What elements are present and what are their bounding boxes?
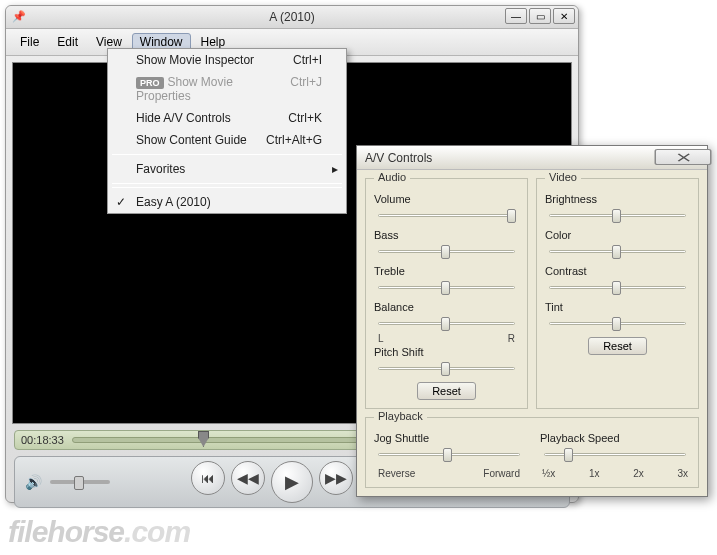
av-window-title: A/V Controls <box>365 151 432 165</box>
chevron-right-icon: ▸ <box>332 162 338 176</box>
av-controls-window: A/V Controls Audio Volume Bass Treble Ba… <box>356 145 708 497</box>
speed-3x-label: 3x <box>677 468 688 479</box>
window-title: A (2010) <box>269 10 314 24</box>
menu-file[interactable]: File <box>12 33 47 51</box>
close-button[interactable]: ✕ <box>553 8 575 24</box>
audio-group: Audio Volume Bass Treble Balance LR Pitc… <box>365 178 528 409</box>
prev-button[interactable]: ⏮ <box>191 461 225 495</box>
watermark: filehorse.com <box>8 515 190 549</box>
speed-2x-label: 2x <box>633 468 644 479</box>
speed-label: Playback Speed <box>540 432 690 444</box>
balance-l-label: L <box>378 333 384 344</box>
tint-slider[interactable] <box>545 315 690 333</box>
menu-favorites[interactable]: Favorites▸ <box>108 158 346 180</box>
rewind-button[interactable]: ◀◀ <box>231 461 265 495</box>
menu-hide-av-controls[interactable]: Hide A/V ControlsCtrl+K <box>108 107 346 129</box>
av-close-button[interactable] <box>655 149 712 165</box>
audio-reset-button[interactable]: Reset <box>417 382 476 400</box>
menu-separator <box>112 187 342 188</box>
menu-recent-movie[interactable]: ✓ Easy A (2010) <box>108 191 346 213</box>
volume-icon[interactable]: 🔊 <box>25 474 42 490</box>
menu-separator <box>112 183 342 184</box>
pin-icon[interactable]: 📌 <box>12 10 26 24</box>
jog-label: Jog Shuttle <box>374 432 524 444</box>
close-icon <box>676 153 690 162</box>
brightness-label: Brightness <box>545 193 690 205</box>
menu-show-inspector[interactable]: Show Movie InspectorCtrl+I <box>108 49 346 71</box>
speed-slider[interactable] <box>540 446 690 464</box>
volume-label: Volume <box>374 193 519 205</box>
check-icon: ✓ <box>116 195 126 209</box>
volume-slider[interactable] <box>50 480 110 484</box>
ffwd-button[interactable]: ▶▶ <box>319 461 353 495</box>
timeline-thumb[interactable] <box>198 431 209 447</box>
pitch-slider[interactable] <box>374 360 519 378</box>
jog-slider[interactable] <box>374 446 524 464</box>
bass-slider[interactable] <box>374 243 519 261</box>
play-button[interactable]: ▶ <box>271 461 313 503</box>
playback-legend: Playback <box>374 410 427 422</box>
color-slider[interactable] <box>545 243 690 261</box>
treble-label: Treble <box>374 265 519 277</box>
contrast-label: Contrast <box>545 265 690 277</box>
pitch-label: Pitch Shift <box>374 346 519 358</box>
menu-show-properties: PROShow Movie Properties Ctrl+J <box>108 71 346 107</box>
playback-group: Playback Jog Shuttle ReverseForward Play… <box>365 417 699 488</box>
balance-label: Balance <box>374 301 519 313</box>
speed-half-label: ½x <box>542 468 555 479</box>
treble-slider[interactable] <box>374 279 519 297</box>
menu-show-content-guide[interactable]: Show Content GuideCtrl+Alt+G <box>108 129 346 151</box>
menu-edit[interactable]: Edit <box>49 33 86 51</box>
timecode: 00:18:33 <box>21 434 64 446</box>
jog-reverse-label: Reverse <box>378 468 415 479</box>
contrast-slider[interactable] <box>545 279 690 297</box>
audio-legend: Audio <box>374 171 410 183</box>
video-legend: Video <box>545 171 581 183</box>
bass-label: Bass <box>374 229 519 241</box>
video-group: Video Brightness Color Contrast Tint Res… <box>536 178 699 409</box>
speed-1x-label: 1x <box>589 468 600 479</box>
brightness-slider[interactable] <box>545 207 690 225</box>
title-bar[interactable]: 📌 A (2010) — ▭ ✕ <box>6 6 578 29</box>
video-reset-button[interactable]: Reset <box>588 337 647 355</box>
pro-badge: PRO <box>136 77 164 89</box>
jog-forward-label: Forward <box>483 468 520 479</box>
balance-r-label: R <box>508 333 515 344</box>
tint-label: Tint <box>545 301 690 313</box>
minimize-button[interactable]: — <box>505 8 527 24</box>
av-title-bar[interactable]: A/V Controls <box>357 146 707 170</box>
volume-slider[interactable] <box>374 207 519 225</box>
color-label: Color <box>545 229 690 241</box>
window-menu-dropdown: Show Movie InspectorCtrl+I PROShow Movie… <box>107 48 347 214</box>
menu-separator <box>112 154 342 155</box>
balance-slider[interactable] <box>374 315 519 333</box>
maximize-button[interactable]: ▭ <box>529 8 551 24</box>
